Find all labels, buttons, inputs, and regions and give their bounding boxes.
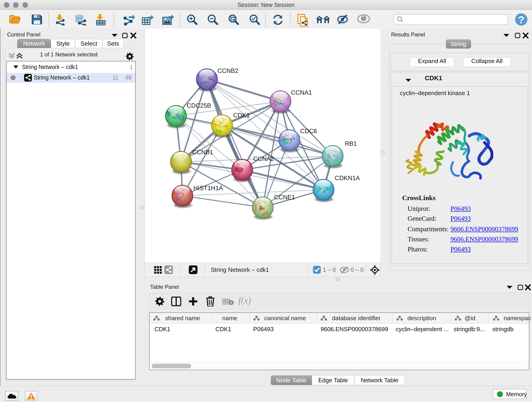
svg-text:CCNA1: CCNA1 <box>291 89 312 96</box>
svg-text:CCNA2: CCNA2 <box>253 155 274 162</box>
svg-text:CCNB1: CCNB1 <box>192 149 213 156</box>
svg-text:CDK1: CDK1 <box>233 112 250 119</box>
svg-text:HIST1H1A: HIST1H1A <box>193 185 223 191</box>
svg-text:CDKN1A: CDKN1A <box>335 175 360 182</box>
svg-text:CDC25B: CDC25B <box>187 102 211 109</box>
svg-text:RB1: RB1 <box>345 140 357 147</box>
svg-text:CCNB2: CCNB2 <box>217 67 239 74</box>
svg-text:?: ? <box>518 14 525 26</box>
svg-text:CDC6: CDC6 <box>300 128 317 134</box>
svg-text:CCNE1: CCNE1 <box>274 194 295 201</box>
